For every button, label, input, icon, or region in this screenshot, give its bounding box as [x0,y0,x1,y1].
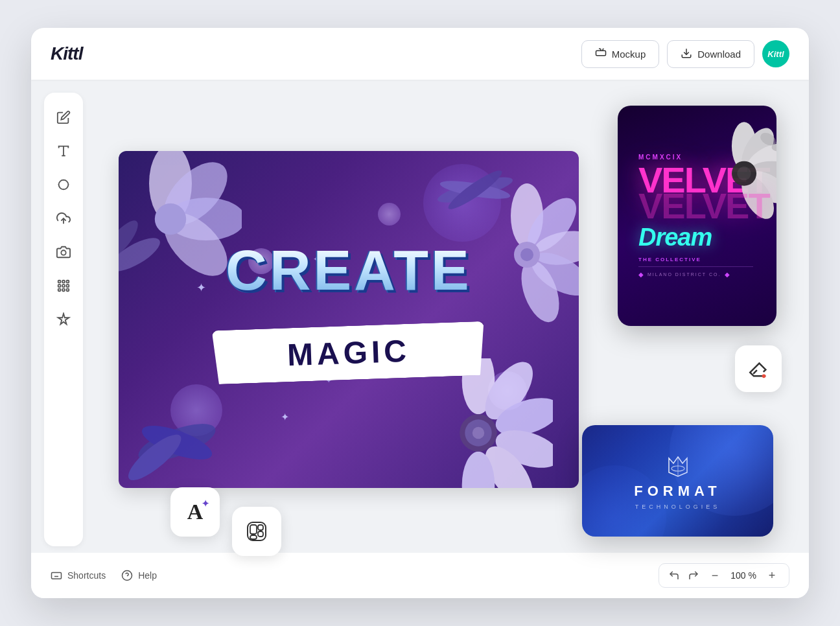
mockup-button[interactable]: Mockup [581,40,660,68]
svg-point-54 [762,375,766,378]
bottom-left: Shortcuts Help [51,570,157,581]
svg-rect-14 [67,289,69,292]
zoom-value: 100 % [730,570,756,581]
zoom-out-button[interactable]: − [707,568,723,583]
palette-icon [245,520,268,543]
logo: Kittl [51,43,82,64]
sidebar-item-ai[interactable] [49,305,78,334]
velvet-dream: Dream [638,224,712,251]
palette-button[interactable] [232,507,281,556]
svg-rect-6 [58,281,61,283]
bottom-bar: Shortcuts Help [31,553,809,598]
svg-rect-58 [250,525,257,534]
redo-button[interactable] [688,570,699,581]
help-icon [121,570,133,581]
svg-point-3 [59,180,69,190]
sidebar-item-shapes[interactable] [49,170,78,199]
font-button[interactable]: A ✦ [170,487,220,537]
app-container: Kittl Mockup [31,28,809,598]
svg-rect-60 [258,531,263,537]
zoom-in-button[interactable]: + [764,568,780,583]
format-company: FORMAT [634,483,721,500]
svg-point-37 [472,427,484,439]
velvet-card: MCMXCIX VELVET VELVET Dream THE COLLECTI… [618,106,776,326]
avatar-text: Kittl [767,49,784,59]
undo-button[interactable] [668,570,680,581]
canvas-area: ✦ ✦ ✦ ✦ CREATE MAGIC [96,93,601,546]
svg-rect-8 [67,281,69,283]
svg-rect-61 [250,535,257,539]
canvas-background: ✦ ✦ ✦ ✦ CREATE MAGIC [119,151,579,488]
svg-point-5 [61,250,65,255]
keyboard-icon [51,570,62,581]
header-actions: Mockup Download Kittl [581,40,789,68]
sidebar-item-edit[interactable] [49,103,78,132]
download-icon [681,47,692,61]
velvet-location: MILANO DISTRICT CO. [648,272,721,277]
canvas-frame[interactable]: ✦ ✦ ✦ ✦ CREATE MAGIC [119,151,579,488]
format-card: FORMAT TECHNOLOGIES [582,425,773,537]
avatar[interactable]: Kittl [762,40,789,67]
sidebar-item-text[interactable] [49,137,78,165]
shortcuts-button[interactable]: Shortcuts [51,570,106,581]
download-label: Download [697,49,741,60]
velvet-collective: THE COLLECTIVE [638,257,701,262]
help-button[interactable]: Help [121,570,157,581]
sidebar-item-grid[interactable] [49,272,78,300]
canvas-magic-text: MAGIC [286,334,411,373]
svg-rect-10 [62,284,65,287]
svg-rect-62 [52,573,62,579]
svg-rect-9 [58,284,61,287]
eraser-button[interactable] [735,345,782,392]
header: Kittl Mockup [31,28,809,80]
download-button[interactable]: Download [667,40,754,68]
svg-rect-13 [62,289,65,292]
help-label: Help [138,570,157,581]
svg-point-51 [737,167,751,180]
svg-rect-7 [62,281,65,283]
sidebar-item-upload[interactable] [49,204,78,233]
sidebar-item-camera[interactable] [49,238,78,266]
mockup-icon [595,47,607,61]
mockup-label: Mockup [612,49,646,60]
sidebar [44,93,83,546]
canvas-create-text: CREATE [119,242,579,299]
format-subtitle: TECHNOLOGIES [635,504,721,510]
svg-point-19 [155,203,186,235]
svg-rect-11 [67,284,69,287]
svg-rect-12 [58,289,61,292]
svg-rect-59 [258,525,263,530]
zoom-controls: − 100 % + [659,563,789,588]
shortcuts-label: Shortcuts [67,570,106,581]
